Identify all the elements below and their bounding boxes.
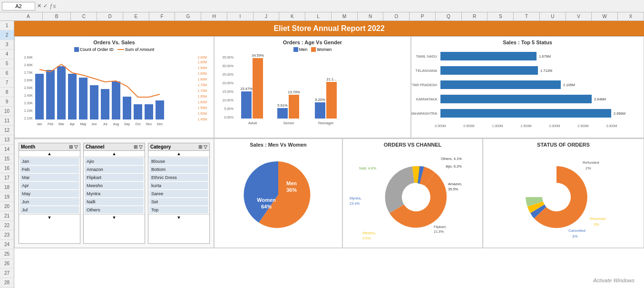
col-K[interactable]: K: [279, 12, 305, 21]
row-3[interactable]: 3: [0, 40, 14, 50]
channel-scroll-down[interactable]: ▼: [84, 214, 145, 220]
filter-item-kurta[interactable]: kurta: [149, 182, 208, 189]
filters-panel[interactable]: Month ⊞ ▽ ▲ Jan Feb Mar: [14, 139, 214, 248]
channel-scroll-up[interactable]: ▲: [84, 151, 145, 157]
row-23[interactable]: 23: [0, 230, 14, 240]
col-W[interactable]: W: [592, 12, 618, 21]
col-A[interactable]: A: [14, 12, 43, 21]
cell-reference[interactable]: A2: [2, 2, 35, 10]
svg-text:Teenager: Teenager: [318, 121, 334, 125]
col-M[interactable]: M: [332, 12, 358, 21]
row-2[interactable]: 2: [0, 30, 14, 40]
svg-text:1.80M: 1.80M: [198, 78, 207, 81]
row-25[interactable]: 25: [0, 249, 14, 259]
category-scroll-up[interactable]: ▲: [148, 151, 209, 157]
col-Q[interactable]: Q: [436, 12, 462, 21]
filter-item-bottom[interactable]: Bottom: [149, 166, 208, 173]
filter-item-flipkart[interactable]: Flipkart: [85, 174, 144, 181]
row-20[interactable]: 20: [0, 202, 14, 211]
row-10[interactable]: 10: [0, 107, 14, 116]
row-7[interactable]: 7: [0, 78, 14, 88]
row-28[interactable]: 28: [0, 278, 14, 288]
col-N[interactable]: N: [358, 12, 384, 21]
category-filter-icon2[interactable]: ▽: [204, 144, 207, 149]
row-13[interactable]: 13: [0, 135, 14, 145]
row-11[interactable]: 11: [0, 116, 14, 126]
row-5[interactable]: 5: [0, 59, 14, 69]
filter-item-blouse[interactable]: Blouse: [149, 158, 208, 165]
channel-filter[interactable]: Channel ⊞ ▽ ▲ Ajio Amazon Flipkart: [83, 143, 145, 244]
filter-item-myntra[interactable]: Myntra: [85, 190, 144, 198]
row-4[interactable]: 4: [0, 50, 14, 59]
row-16[interactable]: 16: [0, 164, 14, 173]
col-S[interactable]: S: [488, 12, 514, 21]
filter-item-jan[interactable]: Jan: [20, 158, 79, 165]
row-24[interactable]: 24: [0, 240, 14, 249]
filter-item-jul[interactable]: Jul: [20, 206, 79, 214]
filter-item-jun[interactable]: Jun: [20, 198, 79, 206]
col-D[interactable]: D: [97, 12, 123, 21]
col-I[interactable]: I: [227, 12, 254, 21]
row-26[interactable]: 26: [0, 259, 14, 268]
legend-label-men: Men: [299, 47, 308, 52]
formula-confirm-icon[interactable]: ✓: [43, 3, 48, 9]
svg-text:Returned: Returned: [590, 217, 605, 221]
row-8[interactable]: 8: [0, 88, 14, 97]
col-X[interactable]: X: [618, 12, 644, 21]
month-scroll-up[interactable]: ▲: [19, 151, 80, 157]
channel-filter-icons[interactable]: ⊞ ▽: [134, 144, 143, 149]
filter-item-top[interactable]: Top: [149, 206, 208, 214]
month-filter-icon1[interactable]: ⊞: [69, 144, 73, 149]
row-21[interactable]: 21: [0, 211, 14, 221]
row-9[interactable]: 9: [0, 97, 14, 107]
month-filter-icon2[interactable]: ▽: [74, 144, 78, 149]
formula-input[interactable]: [58, 3, 642, 9]
category-scroll-down[interactable]: ▼: [148, 214, 209, 220]
col-R[interactable]: R: [462, 12, 488, 21]
row-15[interactable]: 15: [0, 154, 14, 164]
col-B[interactable]: B: [43, 12, 71, 21]
col-J[interactable]: J: [254, 12, 280, 21]
col-P[interactable]: P: [410, 12, 436, 21]
category-filter-icon1[interactable]: ⊞: [198, 144, 202, 149]
filter-item-may[interactable]: May: [20, 190, 79, 198]
filter-item-ethnic[interactable]: Ethnic Dress: [149, 174, 208, 181]
channel-filter-icon1[interactable]: ⊞: [134, 144, 137, 149]
category-filter-icons[interactable]: ⊞ ▽: [198, 144, 207, 149]
filter-item-amazon[interactable]: Amazon: [85, 166, 144, 173]
category-filter[interactable]: Category ⊞ ▽ ▲ Blouse Bottom Ethnic Dr: [148, 143, 210, 244]
filter-item-set[interactable]: Set: [149, 198, 208, 206]
row-19[interactable]: 19: [0, 192, 14, 202]
filter-item-ajio[interactable]: Ajio: [85, 158, 144, 165]
col-T[interactable]: T: [514, 12, 540, 21]
filter-item-mar[interactable]: Mar: [20, 174, 79, 181]
col-V[interactable]: V: [566, 12, 592, 21]
col-O[interactable]: O: [383, 12, 410, 21]
channel-filter-icon2[interactable]: ▽: [139, 144, 143, 149]
row-12[interactable]: 12: [0, 126, 14, 135]
filter-item-saree[interactable]: Saree: [149, 190, 208, 198]
month-filter[interactable]: Month ⊞ ▽ ▲ Jan Feb Mar: [19, 143, 80, 244]
col-C[interactable]: C: [71, 12, 97, 21]
row-18[interactable]: 18: [0, 183, 14, 192]
col-F[interactable]: F: [149, 12, 176, 21]
col-U[interactable]: U: [540, 12, 566, 21]
col-E[interactable]: E: [123, 12, 149, 21]
filter-item-others-ch[interactable]: Others: [85, 206, 144, 214]
filter-item-meesho[interactable]: Meesho: [85, 182, 144, 189]
formula-cancel-icon[interactable]: ✕: [37, 3, 41, 9]
month-scroll-down[interactable]: ▼: [19, 214, 80, 220]
row-14[interactable]: 14: [0, 145, 14, 154]
row-17[interactable]: 17: [0, 173, 14, 183]
row-1[interactable]: 1: [0, 21, 14, 30]
col-H[interactable]: H: [201, 12, 227, 21]
month-filter-icons[interactable]: ⊞ ▽: [69, 144, 78, 149]
filter-item-nalli[interactable]: Nalli: [85, 198, 144, 206]
col-L[interactable]: L: [305, 12, 332, 21]
row-6[interactable]: 6: [0, 69, 14, 78]
filter-item-apr[interactable]: Apr: [20, 182, 79, 189]
filter-item-feb[interactable]: Feb: [20, 166, 79, 173]
row-22[interactable]: 22: [0, 221, 14, 230]
col-G[interactable]: G: [175, 12, 201, 21]
row-27[interactable]: 27: [0, 268, 14, 278]
